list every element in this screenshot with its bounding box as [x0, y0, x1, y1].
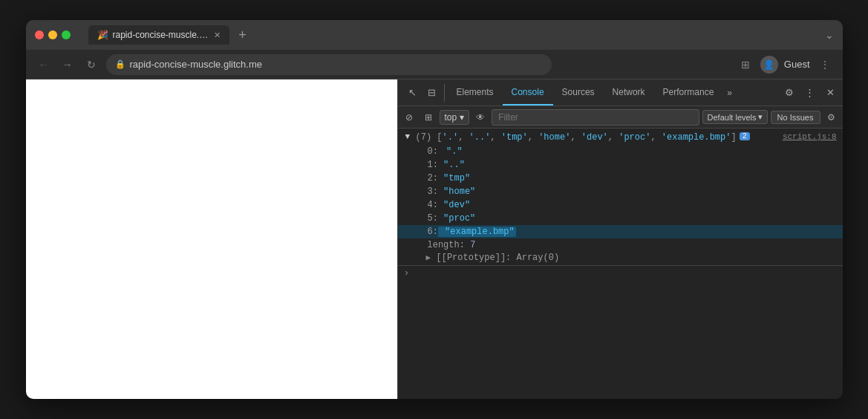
close-button[interactable]	[35, 30, 44, 39]
device-emulation-button[interactable]: ⊟	[423, 84, 441, 102]
console-toolbar: ⊘ ⊞ top ▾ 👁 Default levels ▾ No Issues ⚙	[398, 106, 843, 129]
array-summary: (7) ['.', '..', 'tmp', 'home', 'dev', 'p…	[416, 132, 737, 143]
forward-button[interactable]: →	[59, 56, 76, 74]
console-filter-icon[interactable]: ⊞	[420, 109, 437, 126]
array-item-3: 3: "home"	[398, 185, 843, 198]
array-item-1: 1: ".."	[398, 158, 843, 172]
array-length: length: 7	[398, 238, 843, 252]
maximize-button[interactable]	[62, 30, 71, 39]
console-output: ▼ (7) ['.', '..', 'tmp', 'home', 'dev', …	[398, 129, 843, 399]
prototype-arrow[interactable]: ▶	[426, 253, 434, 262]
webpage-content	[26, 79, 397, 399]
context-selector[interactable]: top ▾	[440, 110, 470, 125]
eye-icon[interactable]: 👁	[472, 109, 489, 126]
context-selector-value: top	[445, 112, 457, 123]
url-text: rapid-concise-muscle.glitch.me	[130, 59, 262, 70]
devtools-settings-button[interactable]: ⚙	[780, 84, 798, 102]
console-input-line: ›	[398, 265, 843, 280]
console-settings-button[interactable]: ⚙	[823, 109, 840, 126]
console-filter-input[interactable]	[492, 109, 699, 126]
tab-favicon: 🎉	[97, 30, 108, 40]
tab-network[interactable]: Network	[604, 79, 654, 105]
tab-sources[interactable]: Sources	[553, 79, 604, 105]
array-item-5: 5: "proc"	[398, 212, 843, 225]
source-link[interactable]: script.js:8	[783, 132, 837, 141]
devtools-actions: ⚙ ⋮ ✕	[780, 84, 843, 102]
tab-elements[interactable]: Elements	[448, 79, 503, 105]
reload-button[interactable]: ↻	[82, 56, 100, 74]
array-item-6: 6: "example.bmp"	[398, 225, 843, 238]
tab-console[interactable]: Console	[503, 79, 553, 105]
console-array-row: ▼ (7) ['.', '..', 'tmp', 'home', 'dev', …	[398, 131, 843, 145]
array-item-0: 0: "."	[398, 145, 843, 158]
devtools-panel-icons: ↖ ⊟	[401, 84, 445, 102]
new-tab-button[interactable]: +	[232, 25, 253, 45]
tab-bar: 🎉 rapid-concise-muscle.glitch.m... ✕ +	[88, 25, 253, 45]
array-prototype: ▶ [[Prototype]]: Array(0)	[398, 252, 843, 265]
profile-icon[interactable]: 👤	[760, 56, 778, 74]
tab-performance[interactable]: Performance	[654, 79, 723, 105]
clear-console-button[interactable]: ⊘	[401, 109, 417, 126]
browser-window: 🎉 rapid-concise-muscle.glitch.m... ✕ + ⌄…	[26, 20, 843, 399]
lock-icon: 🔒	[115, 59, 125, 69]
context-selector-arrow: ▾	[460, 112, 464, 123]
profile-name: Guest	[784, 59, 810, 70]
expand-arrow[interactable]: ▼	[405, 132, 413, 141]
browser-menu-button[interactable]: ⋮	[816, 56, 834, 74]
console-prompt: ›	[404, 267, 410, 279]
inspect-element-button[interactable]: ↖	[404, 84, 422, 102]
array-item-2: 2: "tmp"	[398, 172, 843, 185]
back-button[interactable]: ←	[35, 56, 53, 74]
browser-actions: ⊞ 👤 Guest ⋮	[737, 56, 834, 74]
devtools-more-button[interactable]: ⋮	[801, 84, 819, 102]
minimize-button[interactable]	[48, 30, 57, 39]
tab-close-button[interactable]: ✕	[214, 30, 221, 40]
window-controls[interactable]: ⌄	[825, 29, 834, 41]
no-issues-button[interactable]: No Issues	[771, 111, 820, 124]
tab-title: rapid-concise-muscle.glitch.m...	[113, 30, 209, 40]
array-item-4: 4: "dev"	[398, 198, 843, 212]
default-levels-button[interactable]: Default levels ▾	[702, 110, 768, 124]
url-bar[interactable]: 🔒 rapid-concise-muscle.glitch.me	[106, 54, 552, 75]
extensions-button[interactable]: ⊞	[737, 56, 754, 74]
devtools-close-button[interactable]: ✕	[822, 84, 840, 102]
content-area: ↖ ⊟ Elements Console Sources Network Per…	[26, 79, 843, 399]
active-tab[interactable]: 🎉 rapid-concise-muscle.glitch.m... ✕	[88, 25, 229, 45]
array-badge: 2	[740, 132, 750, 140]
more-tabs-button[interactable]: »	[722, 88, 737, 98]
address-bar: ← → ↻ 🔒 rapid-concise-muscle.glitch.me ⊞…	[26, 50, 843, 79]
devtools-tab-bar: ↖ ⊟ Elements Console Sources Network Per…	[398, 79, 843, 106]
traffic-lights	[35, 30, 71, 39]
title-bar: 🎉 rapid-concise-muscle.glitch.m... ✕ + ⌄	[26, 20, 843, 50]
devtools-panel: ↖ ⊟ Elements Console Sources Network Per…	[397, 79, 843, 399]
